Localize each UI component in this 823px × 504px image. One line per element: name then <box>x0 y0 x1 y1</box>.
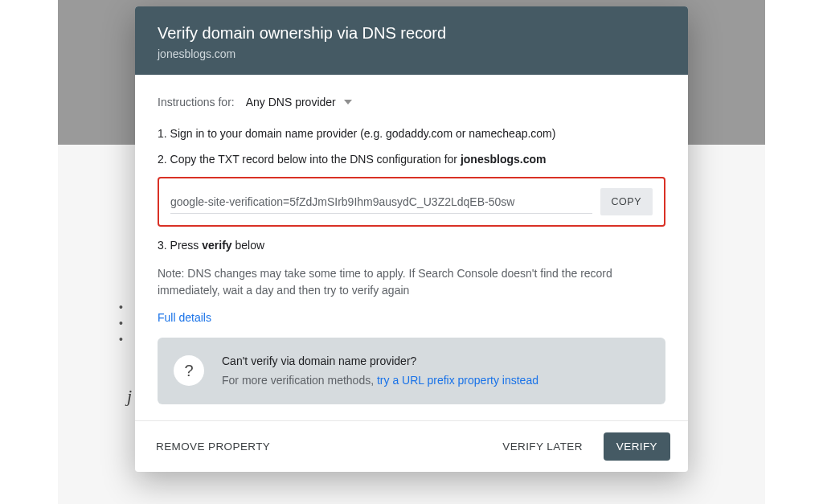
question-mark-icon: ? <box>184 362 193 380</box>
instructions-label: Instructions for: <box>158 96 235 109</box>
verify-button[interactable]: VERIFY <box>604 432 670 461</box>
step-3: 3. Press verify below <box>158 238 665 254</box>
modal-header: Verify domain ownership via DNS record j… <box>135 6 688 75</box>
step-2-domain: jonesblogs.com <box>461 153 547 166</box>
dns-provider-value: Any DNS provider <box>246 96 336 109</box>
alt-subtitle-prefix: For more verification methods, <box>222 374 377 387</box>
step-2: 2. Copy the TXT record below into the DN… <box>158 152 665 168</box>
step-3-suffix: below <box>232 239 264 252</box>
alt-content: Can't verify via domain name provider? F… <box>222 352 538 390</box>
page-gutter-left <box>0 0 58 504</box>
background-bullet-list: ••• <box>119 299 123 347</box>
help-icon: ? <box>174 355 204 386</box>
step-2-prefix: 2. Copy the TXT record below into the DN… <box>158 153 461 166</box>
instructions-row: Instructions for: Any DNS provider <box>158 96 665 109</box>
step-3-strong: verify <box>202 239 231 252</box>
chevron-down-icon <box>344 100 352 104</box>
modal-footer: REMOVE PROPERTY VERIFY LATER VERIFY <box>135 420 688 472</box>
copy-button[interactable]: COPY <box>600 188 653 215</box>
txt-record-input[interactable] <box>170 191 592 214</box>
alt-subtitle: For more verification methods, try a URL… <box>222 371 538 389</box>
page-gutter-right <box>765 0 823 504</box>
alt-verification-box: ? Can't verify via domain name provider?… <box>158 338 665 404</box>
background-partial-text: j <box>127 386 132 407</box>
full-details-link[interactable]: Full details <box>158 311 211 324</box>
verify-later-button[interactable]: VERIFY LATER <box>499 434 586 459</box>
step-3-prefix: 3. Press <box>158 239 202 252</box>
modal-domain: jonesblogs.com <box>158 47 665 60</box>
dns-provider-select[interactable]: Any DNS provider <box>246 96 352 109</box>
modal-body: Instructions for: Any DNS provider 1. Si… <box>135 75 688 412</box>
txt-record-box: COPY <box>158 177 665 227</box>
step-1: 1. Sign in to your domain name provider … <box>158 126 665 142</box>
dns-note: Note: DNS changes may take some time to … <box>158 265 665 299</box>
remove-property-button[interactable]: REMOVE PROPERTY <box>153 434 273 459</box>
alt-title: Can't verify via domain name provider? <box>222 352 538 370</box>
verify-domain-modal: Verify domain ownership via DNS record j… <box>135 6 688 472</box>
url-prefix-link[interactable]: try a URL prefix property instead <box>377 374 538 387</box>
modal-title: Verify domain ownership via DNS record <box>158 24 665 43</box>
